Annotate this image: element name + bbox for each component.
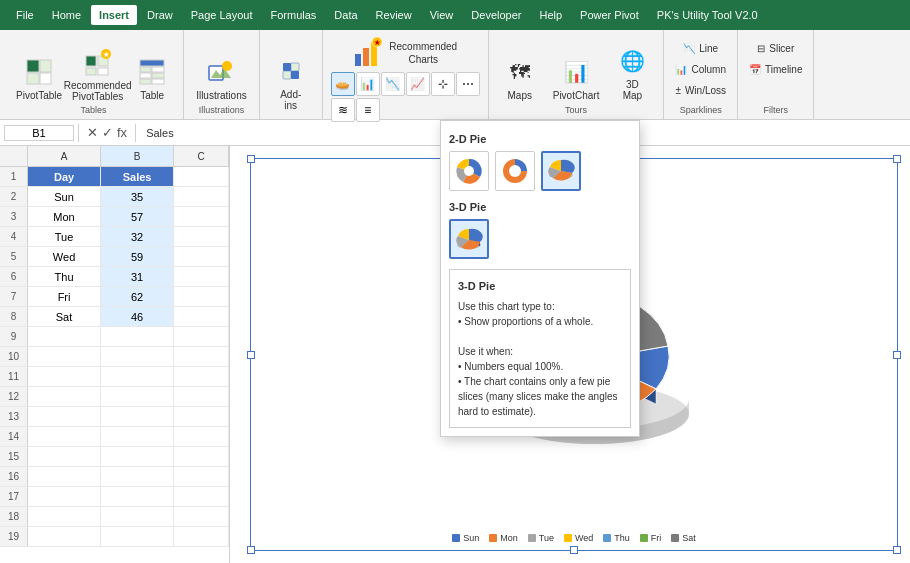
menu-review[interactable]: Review	[368, 5, 420, 25]
col-header-c[interactable]: C	[174, 146, 229, 166]
cell-c1[interactable]	[174, 167, 229, 186]
bar-chart-icon[interactable]: 📊	[356, 72, 380, 96]
cell-b9[interactable]	[101, 327, 174, 346]
menu-home[interactable]: Home	[44, 5, 89, 25]
cell-b14[interactable]	[101, 427, 174, 446]
menu-formulas[interactable]: Formulas	[263, 5, 325, 25]
handle-bl[interactable]	[247, 546, 255, 554]
cell-b10[interactable]	[101, 347, 174, 366]
menu-developer[interactable]: Developer	[463, 5, 529, 25]
menu-insert[interactable]: Insert	[91, 5, 137, 25]
col-header-b[interactable]: B	[101, 146, 174, 166]
cell-a17[interactable]	[28, 487, 101, 506]
handle-tl[interactable]	[247, 155, 255, 163]
handle-mr[interactable]	[893, 351, 901, 359]
timeline-button[interactable]: 📅 Timeline	[744, 61, 807, 78]
winloss-sparkline-button[interactable]: ± Win/Loss	[670, 82, 731, 99]
cell-c3[interactable]	[174, 207, 229, 226]
maps-button[interactable]: 🗺 Maps	[495, 52, 545, 105]
cell-b4[interactable]: 32	[101, 227, 174, 246]
cell-a7[interactable]: Fri	[28, 287, 101, 306]
cell-a5[interactable]: Wed	[28, 247, 101, 266]
cell-c2[interactable]	[174, 187, 229, 206]
name-box[interactable]	[4, 125, 74, 141]
scatter-chart-icon[interactable]: ⊹	[431, 72, 455, 96]
cell-c7[interactable]	[174, 287, 229, 306]
waterfall-icon[interactable]: ≡	[356, 98, 380, 122]
dropdown-2d-pie-icon[interactable]	[449, 151, 489, 191]
dropdown-3d-pie-small-icon[interactable]	[541, 151, 581, 191]
dropdown-3d-pie-icon[interactable]	[449, 219, 489, 259]
cell-b6[interactable]: 31	[101, 267, 174, 286]
table-button[interactable]: Table	[127, 52, 177, 105]
cell-c18[interactable]	[174, 507, 229, 526]
recommended-charts-button[interactable]: ★ Recommended Charts	[351, 34, 459, 72]
cell-b16[interactable]	[101, 467, 174, 486]
cell-b18[interactable]	[101, 507, 174, 526]
pie-2d-icon[interactable]: 🥧	[331, 72, 355, 96]
cell-b13[interactable]	[101, 407, 174, 426]
cell-a14[interactable]	[28, 427, 101, 446]
cell-c13[interactable]	[174, 407, 229, 426]
recommended-pivottables-button[interactable]: ★ Recommended PivotTables	[70, 43, 125, 105]
column-sparkline-button[interactable]: 📊 Column	[670, 61, 731, 78]
line-chart-icon[interactable]: 📉	[381, 72, 405, 96]
cell-c10[interactable]	[174, 347, 229, 366]
cell-a2[interactable]: Sun	[28, 187, 101, 206]
cell-c4[interactable]	[174, 227, 229, 246]
cancel-formula-icon[interactable]: ✕	[87, 125, 98, 140]
menu-draw[interactable]: Draw	[139, 5, 181, 25]
menu-page-layout[interactable]: Page Layout	[183, 5, 261, 25]
cell-a10[interactable]	[28, 347, 101, 366]
handle-bm[interactable]	[570, 546, 578, 554]
cell-c19[interactable]	[174, 527, 229, 546]
cell-c12[interactable]	[174, 387, 229, 406]
cell-c9[interactable]	[174, 327, 229, 346]
col-header-a[interactable]: A	[28, 146, 101, 166]
area-chart-icon[interactable]: 📈	[406, 72, 430, 96]
cell-a19[interactable]	[28, 527, 101, 546]
cell-a15[interactable]	[28, 447, 101, 466]
pivotchart-button[interactable]: 📊 PivotChart	[547, 52, 606, 105]
menu-view[interactable]: View	[422, 5, 462, 25]
cell-a9[interactable]	[28, 327, 101, 346]
cell-c16[interactable]	[174, 467, 229, 486]
cell-b11[interactable]	[101, 367, 174, 386]
cell-a13[interactable]	[28, 407, 101, 426]
line-sparkline-button[interactable]: 📉 Line	[670, 40, 731, 57]
cell-b17[interactable]	[101, 487, 174, 506]
menu-help[interactable]: Help	[531, 5, 570, 25]
cell-b12[interactable]	[101, 387, 174, 406]
menu-file[interactable]: File	[8, 5, 42, 25]
addins-button[interactable]: Add- ins	[266, 51, 316, 115]
handle-tr[interactable]	[893, 155, 901, 163]
cell-c11[interactable]	[174, 367, 229, 386]
3dmap-button[interactable]: 🌐 3D Map	[607, 41, 657, 105]
slicer-button[interactable]: ⊟ Slicer	[744, 40, 807, 57]
cell-c5[interactable]	[174, 247, 229, 266]
menu-pk-utility[interactable]: PK's Utility Tool V2.0	[649, 5, 766, 25]
cell-a18[interactable]	[28, 507, 101, 526]
cell-a3[interactable]: Mon	[28, 207, 101, 226]
cell-c17[interactable]	[174, 487, 229, 506]
cell-b8[interactable]: 46	[101, 307, 174, 326]
dropdown-donut-icon[interactable]	[495, 151, 535, 191]
more-charts-icon[interactable]: ⋯	[456, 72, 480, 96]
cell-a4[interactable]: Tue	[28, 227, 101, 246]
cell-a12[interactable]	[28, 387, 101, 406]
illustrations-button[interactable]: Illustrations	[190, 52, 253, 105]
cell-a8[interactable]: Sat	[28, 307, 101, 326]
cell-b5[interactable]: 59	[101, 247, 174, 266]
cell-c6[interactable]	[174, 267, 229, 286]
menu-power-pivot[interactable]: Power Pivot	[572, 5, 647, 25]
cell-b15[interactable]	[101, 447, 174, 466]
chart-type-dropdown[interactable]: 2-D Pie	[440, 120, 640, 437]
combo-chart-icon[interactable]: ≋	[331, 98, 355, 122]
insert-function-icon[interactable]: fx	[117, 125, 127, 140]
cell-a6[interactable]: Thu	[28, 267, 101, 286]
cell-c14[interactable]	[174, 427, 229, 446]
cell-a16[interactable]	[28, 467, 101, 486]
cell-b7[interactable]: 62	[101, 287, 174, 306]
cell-b1[interactable]: Sales	[101, 167, 174, 186]
cell-b19[interactable]	[101, 527, 174, 546]
